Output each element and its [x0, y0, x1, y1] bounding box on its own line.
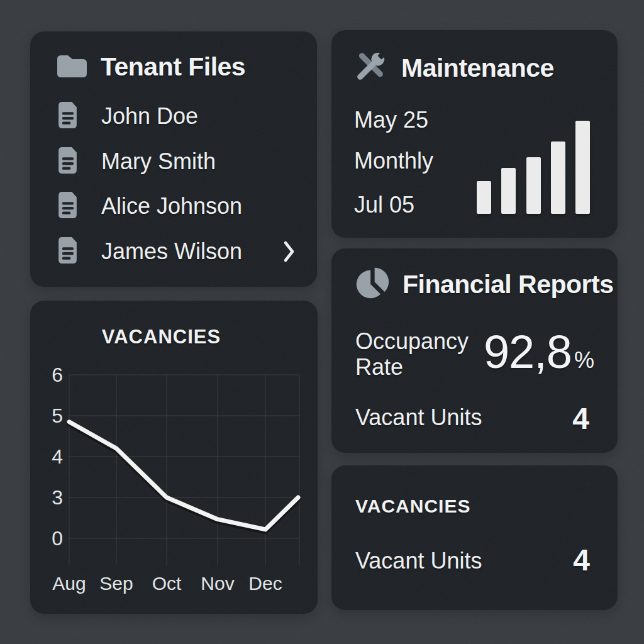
pie-chart-icon [354, 265, 389, 303]
tenant-files-header: Tenant Files [55, 55, 245, 79]
svg-text:5: 5 [52, 404, 63, 427]
document-icon [55, 191, 80, 222]
maintenance-card: Maintenance May 25 Monthly Jul 05 [331, 30, 618, 238]
svg-text:Aug: Aug [52, 573, 86, 594]
tools-icon [352, 48, 389, 87]
maintenance-header: Maintenance [352, 49, 554, 87]
percent-sign: % [574, 347, 594, 374]
tenant-files-card: Tenant Files John DoeMary SmithAlice Joh… [30, 31, 317, 287]
svg-text:Oct: Oct [152, 573, 182, 594]
svg-text:6: 6 [52, 364, 63, 386]
svg-text:Sep: Sep [99, 573, 133, 594]
occupancy-rate-number: 92,8 [484, 325, 572, 379]
vacancies-line-chart: 65430AugSepOctNovDec [30, 301, 318, 614]
tenant-name: James Wilson [101, 238, 242, 265]
folder-icon [55, 53, 87, 80]
tenant-name: John Doe [101, 103, 198, 130]
document-icon [55, 101, 80, 132]
mini-bar [477, 181, 491, 214]
financial-reports-card: Financial Reports Occupancy Rate 92,8 % … [331, 248, 618, 453]
vacant-units-label: Vacant Units [355, 404, 482, 430]
mini-bar [501, 168, 516, 214]
chevron-right-icon[interactable] [283, 240, 296, 263]
financial-reports-title: Financial Reports [402, 270, 614, 299]
vacant-units-value: 4 [572, 401, 589, 436]
document-icon [55, 146, 80, 177]
maintenance-schedule-row: May 25 [354, 107, 428, 133]
vacancies-summary-title: VACANCIES [355, 496, 470, 517]
occupancy-rate-value: 92,8 % [484, 325, 594, 379]
svg-text:Nov: Nov [201, 573, 234, 594]
svg-text:3: 3 [52, 486, 63, 509]
mini-bar [551, 142, 565, 214]
mini-bar [526, 157, 541, 214]
vacancies-summary-card: VACANCIES Vacant Units 4 [331, 465, 618, 610]
tenant-file-row[interactable]: John Doe [55, 102, 296, 131]
svg-text:0: 0 [52, 527, 63, 550]
occupancy-rate-label: Occupancy Rate [355, 328, 500, 380]
vacancies-chart-card: VACANCIES 65430AugSepOctNovDec [30, 301, 318, 614]
maintenance-schedule-row: Jul 05 [354, 192, 414, 218]
dashboard: Tenant Files John DoeMary SmithAlice Joh… [0, 0, 644, 644]
tenant-name: Mary Smith [101, 148, 216, 175]
financial-reports-header: Financial Reports [354, 266, 614, 303]
tenant-file-row[interactable]: Alice Johnson [55, 192, 296, 221]
maintenance-title: Maintenance [401, 53, 554, 83]
maintenance-bar-chart [477, 121, 590, 214]
svg-text:4: 4 [52, 445, 63, 468]
tenant-files-title: Tenant Files [101, 52, 245, 82]
svg-text:Dec: Dec [248, 573, 282, 594]
vacant-units-label: Vacant Units [355, 548, 482, 574]
document-icon [55, 236, 80, 267]
tenant-name: Alice Johnson [101, 193, 242, 219]
maintenance-schedule-row: Monthly [354, 148, 433, 174]
tenant-file-row[interactable]: Mary Smith [55, 147, 296, 176]
tenant-file-row[interactable]: James Wilson [55, 237, 296, 266]
mini-bar [575, 121, 590, 214]
vacant-units-value: 4 [573, 543, 590, 577]
